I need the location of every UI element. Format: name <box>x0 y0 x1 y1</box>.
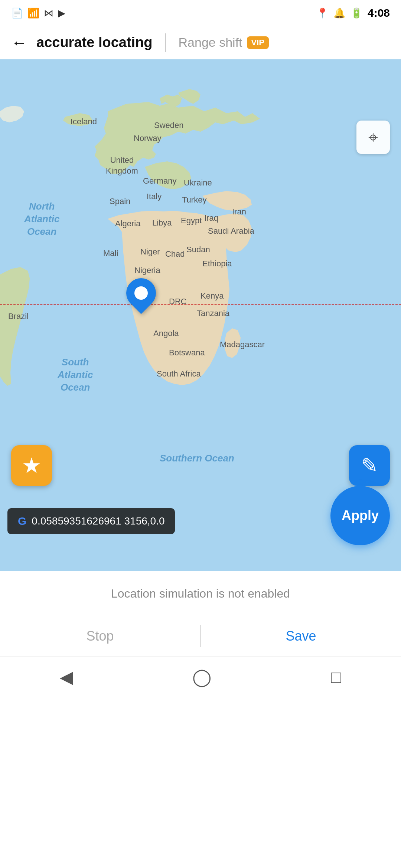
status-right-icons: 📍 🔔 🔋 4:08 <box>316 7 390 19</box>
nav-bar: ◀ ◯ □ <box>0 657 401 697</box>
range-shift-section: Range shift VIP <box>179 35 269 50</box>
bottom-info: Location simulation is not enabled <box>0 571 401 616</box>
star-icon: ★ <box>22 453 41 478</box>
bottom-actions: Stop Save <box>0 616 401 657</box>
range-shift-label: Range shift <box>179 35 242 50</box>
status-left-icons: 📄 📶 ⋈ ▶ <box>11 7 65 19</box>
volume-icon: ▶ <box>58 7 65 19</box>
coordinates-text: 0.05859351626961 3156,0.0 <box>32 515 164 527</box>
pencil-icon: ✎ <box>361 454 378 477</box>
favorites-button[interactable]: ★ <box>11 445 52 486</box>
time-display: 4:08 <box>368 7 390 19</box>
save-button[interactable]: Save <box>201 616 401 656</box>
signal-icon: ⋈ <box>44 7 53 19</box>
apply-label: Apply <box>342 508 379 523</box>
bell-icon: 🔔 <box>333 7 345 19</box>
location-pin <box>126 278 156 308</box>
location-status: Location simulation is not enabled <box>111 587 290 601</box>
header-divider <box>165 33 166 52</box>
location-icon: 📍 <box>316 7 328 19</box>
header: ← accurate locating Range shift VIP <box>0 26 401 59</box>
pin-circle <box>120 272 162 314</box>
back-button[interactable]: ← <box>11 33 27 52</box>
vip-badge: VIP <box>247 36 269 49</box>
stop-label: Stop <box>86 628 114 644</box>
edit-button[interactable]: ✎ <box>349 445 390 486</box>
page-title: accurate locating <box>36 34 153 50</box>
crosshair-icon: ⌖ <box>368 127 378 148</box>
back-nav-icon[interactable]: ◀ <box>60 667 73 687</box>
google-logo: G <box>18 515 26 527</box>
recents-nav-icon[interactable]: □ <box>331 667 341 687</box>
pin-inner <box>134 286 148 300</box>
apply-button[interactable]: Apply <box>330 486 390 545</box>
home-nav-icon[interactable]: ◯ <box>192 667 211 687</box>
status-bar: 📄 📶 ⋈ ▶ 📍 🔔 🔋 4:08 <box>0 0 401 26</box>
equator-line <box>0 304 401 305</box>
map-container[interactable]: NorthAtlanticOcean SouthAtlanticOcean So… <box>0 59 401 571</box>
battery-icon: 🔋 <box>351 7 362 19</box>
file-icon: 📄 <box>11 7 23 19</box>
save-label: Save <box>286 628 316 644</box>
coordinates-bar: G 0.05859351626961 3156,0.0 <box>7 508 175 534</box>
stop-button[interactable]: Stop <box>0 616 200 656</box>
wifi-icon: 📶 <box>27 7 39 19</box>
locate-button[interactable]: ⌖ <box>356 121 390 154</box>
